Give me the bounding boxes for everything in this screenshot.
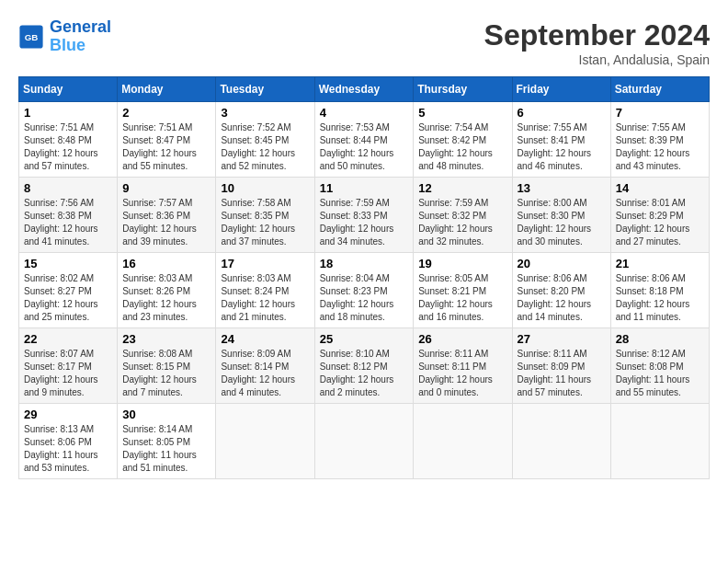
day-info: Sunrise: 7:54 AMSunset: 8:42 PMDaylight:… xyxy=(418,121,506,173)
calendar-cell: 23 Sunrise: 8:08 AMSunset: 8:15 PMDaylig… xyxy=(118,328,216,404)
calendar-cell: 25 Sunrise: 8:10 AMSunset: 8:12 PMDaylig… xyxy=(314,328,414,404)
day-info: Sunrise: 8:11 AMSunset: 8:09 PMDaylight:… xyxy=(518,348,606,399)
location-subtitle: Istan, Andalusia, Spain xyxy=(484,52,710,67)
calendar-cell: 1 Sunrise: 7:51 AMSunset: 8:48 PMDayligh… xyxy=(19,102,118,178)
calendar-cell: 14 Sunrise: 8:01 AMSunset: 8:29 PMDaylig… xyxy=(610,178,709,253)
header-row: Sunday Monday Tuesday Wednesday Thursday… xyxy=(19,77,710,102)
calendar-cell: 21 Sunrise: 8:06 AMSunset: 8:18 PMDaylig… xyxy=(610,253,709,328)
day-number: 18 xyxy=(320,257,409,270)
calendar-row: 29 Sunrise: 8:13 AMSunset: 8:06 PMDaylig… xyxy=(19,404,710,479)
day-number: 19 xyxy=(418,257,506,270)
day-info: Sunrise: 8:04 AMSunset: 8:23 PMDaylight:… xyxy=(320,272,409,324)
day-number: 20 xyxy=(518,257,606,270)
calendar-cell: 27 Sunrise: 8:11 AMSunset: 8:09 PMDaylig… xyxy=(512,328,610,404)
day-number: 9 xyxy=(122,181,210,195)
col-monday: Monday xyxy=(118,77,216,102)
day-info: Sunrise: 7:53 AMSunset: 8:44 PMDaylight:… xyxy=(320,121,409,173)
calendar-cell: 9 Sunrise: 7:57 AMSunset: 8:36 PMDayligh… xyxy=(118,178,216,253)
calendar-row: 15 Sunrise: 8:02 AMSunset: 8:27 PMDaylig… xyxy=(19,253,710,328)
calendar-row: 22 Sunrise: 8:07 AMSunset: 8:17 PMDaylig… xyxy=(19,328,710,404)
calendar-cell: 3 Sunrise: 7:52 AMSunset: 8:45 PMDayligh… xyxy=(216,102,314,178)
day-number: 12 xyxy=(418,181,506,195)
calendar-cell: 4 Sunrise: 7:53 AMSunset: 8:44 PMDayligh… xyxy=(314,102,414,178)
calendar-cell: 11 Sunrise: 7:59 AMSunset: 8:33 PMDaylig… xyxy=(314,178,414,253)
day-info: Sunrise: 7:55 AMSunset: 8:41 PMDaylight:… xyxy=(518,121,606,173)
calendar-cell: 17 Sunrise: 8:03 AMSunset: 8:24 PMDaylig… xyxy=(216,253,314,328)
day-info: Sunrise: 8:02 AMSunset: 8:27 PMDaylight:… xyxy=(24,272,112,324)
day-number: 10 xyxy=(221,181,309,195)
calendar-cell xyxy=(414,404,512,479)
calendar-cell: 7 Sunrise: 7:55 AMSunset: 8:39 PMDayligh… xyxy=(610,102,709,178)
day-number: 15 xyxy=(24,257,112,270)
calendar-cell: 19 Sunrise: 8:05 AMSunset: 8:21 PMDaylig… xyxy=(414,253,512,328)
day-info: Sunrise: 8:05 AMSunset: 8:21 PMDaylight:… xyxy=(418,272,506,324)
day-info: Sunrise: 8:01 AMSunset: 8:29 PMDaylight:… xyxy=(616,197,704,248)
calendar-cell: 8 Sunrise: 7:56 AMSunset: 8:38 PMDayligh… xyxy=(19,178,118,253)
day-info: Sunrise: 7:51 AMSunset: 8:48 PMDaylight:… xyxy=(24,121,112,173)
calendar-table: Sunday Monday Tuesday Wednesday Thursday… xyxy=(18,76,710,479)
day-info: Sunrise: 8:03 AMSunset: 8:26 PMDaylight:… xyxy=(122,272,210,324)
calendar-cell: 13 Sunrise: 8:00 AMSunset: 8:30 PMDaylig… xyxy=(512,178,610,253)
calendar-cell: 10 Sunrise: 7:58 AMSunset: 8:35 PMDaylig… xyxy=(216,178,314,253)
calendar-cell: 16 Sunrise: 8:03 AMSunset: 8:26 PMDaylig… xyxy=(118,253,216,328)
day-number: 25 xyxy=(320,332,409,346)
day-number: 17 xyxy=(221,257,309,270)
logo-text: General Blue xyxy=(50,18,111,55)
day-number: 1 xyxy=(24,106,112,120)
day-info: Sunrise: 7:52 AMSunset: 8:45 PMDaylight:… xyxy=(221,121,309,173)
logo-icon: GB xyxy=(18,24,44,50)
month-title: September 2024 xyxy=(484,18,710,52)
day-info: Sunrise: 8:09 AMSunset: 8:14 PMDaylight:… xyxy=(221,348,309,399)
day-info: Sunrise: 7:55 AMSunset: 8:39 PMDaylight:… xyxy=(616,121,704,173)
calendar-cell: 24 Sunrise: 8:09 AMSunset: 8:14 PMDaylig… xyxy=(216,328,314,404)
day-number: 16 xyxy=(122,257,210,270)
day-info: Sunrise: 8:06 AMSunset: 8:20 PMDaylight:… xyxy=(518,272,606,324)
calendar-cell: 5 Sunrise: 7:54 AMSunset: 8:42 PMDayligh… xyxy=(414,102,512,178)
day-info: Sunrise: 8:13 AMSunset: 8:06 PMDaylight:… xyxy=(24,423,112,475)
day-info: Sunrise: 8:10 AMSunset: 8:12 PMDaylight:… xyxy=(320,348,409,399)
col-thursday: Thursday xyxy=(414,77,512,102)
day-info: Sunrise: 8:12 AMSunset: 8:08 PMDaylight:… xyxy=(616,348,704,399)
day-info: Sunrise: 7:59 AMSunset: 8:32 PMDaylight:… xyxy=(418,197,506,248)
day-number: 23 xyxy=(122,332,210,346)
day-number: 24 xyxy=(221,332,309,346)
day-number: 30 xyxy=(122,408,210,421)
page-header: GB General Blue September 2024 Istan, An… xyxy=(18,18,710,67)
day-number: 27 xyxy=(518,332,606,346)
day-number: 4 xyxy=(320,106,409,120)
day-info: Sunrise: 8:03 AMSunset: 8:24 PMDaylight:… xyxy=(221,272,309,324)
day-info: Sunrise: 8:00 AMSunset: 8:30 PMDaylight:… xyxy=(518,197,606,248)
calendar-cell xyxy=(314,404,414,479)
col-saturday: Saturday xyxy=(610,77,709,102)
calendar-row: 8 Sunrise: 7:56 AMSunset: 8:38 PMDayligh… xyxy=(19,178,710,253)
day-number: 21 xyxy=(616,257,704,270)
day-info: Sunrise: 7:57 AMSunset: 8:36 PMDaylight:… xyxy=(122,197,210,248)
day-number: 11 xyxy=(320,181,409,195)
day-number: 29 xyxy=(24,408,112,421)
day-info: Sunrise: 8:11 AMSunset: 8:11 PMDaylight:… xyxy=(418,348,506,399)
day-info: Sunrise: 8:06 AMSunset: 8:18 PMDaylight:… xyxy=(616,272,704,324)
calendar-cell xyxy=(216,404,314,479)
day-number: 26 xyxy=(418,332,506,346)
calendar-cell: 29 Sunrise: 8:13 AMSunset: 8:06 PMDaylig… xyxy=(19,404,118,479)
day-info: Sunrise: 7:59 AMSunset: 8:33 PMDaylight:… xyxy=(320,197,409,248)
calendar-cell: 15 Sunrise: 8:02 AMSunset: 8:27 PMDaylig… xyxy=(19,253,118,328)
calendar-cell: 20 Sunrise: 8:06 AMSunset: 8:20 PMDaylig… xyxy=(512,253,610,328)
calendar-cell: 18 Sunrise: 8:04 AMSunset: 8:23 PMDaylig… xyxy=(314,253,414,328)
calendar-cell: 12 Sunrise: 7:59 AMSunset: 8:32 PMDaylig… xyxy=(414,178,512,253)
logo: GB General Blue xyxy=(18,18,111,55)
day-number: 14 xyxy=(616,181,704,195)
calendar-cell: 2 Sunrise: 7:51 AMSunset: 8:47 PMDayligh… xyxy=(118,102,216,178)
day-info: Sunrise: 8:07 AMSunset: 8:17 PMDaylight:… xyxy=(24,348,112,399)
day-number: 22 xyxy=(24,332,112,346)
calendar-cell xyxy=(512,404,610,479)
day-info: Sunrise: 8:08 AMSunset: 8:15 PMDaylight:… xyxy=(122,348,210,399)
day-info: Sunrise: 8:14 AMSunset: 8:05 PMDaylight:… xyxy=(122,423,210,475)
day-number: 13 xyxy=(518,181,606,195)
calendar-cell xyxy=(610,404,709,479)
title-block: September 2024 Istan, Andalusia, Spain xyxy=(484,18,710,67)
day-number: 6 xyxy=(518,106,606,120)
col-friday: Friday xyxy=(512,77,610,102)
calendar-row: 1 Sunrise: 7:51 AMSunset: 8:48 PMDayligh… xyxy=(19,102,710,178)
day-number: 8 xyxy=(24,181,112,195)
